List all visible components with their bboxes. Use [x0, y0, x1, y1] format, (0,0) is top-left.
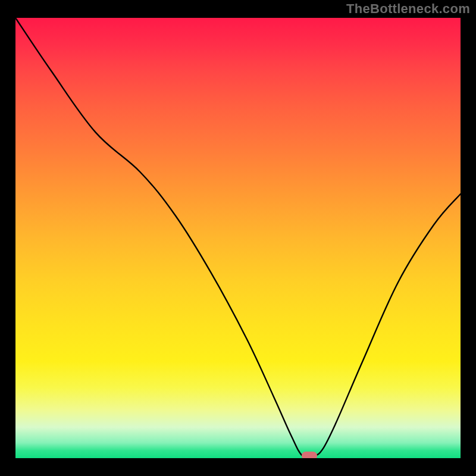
bottleneck-curve-path — [15, 18, 461, 458]
watermark-text: TheBottleneck.com — [346, 1, 470, 17]
curve-svg — [15, 18, 461, 458]
chart-container: TheBottleneck.com — [0, 0, 476, 476]
plot-area — [15, 18, 461, 458]
optimal-point-marker — [302, 452, 317, 458]
